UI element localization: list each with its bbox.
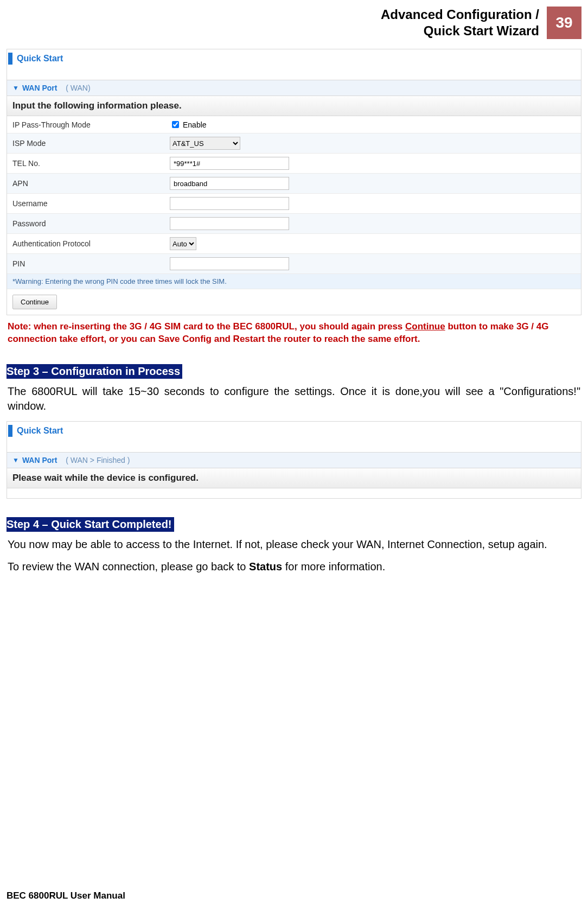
- header-title: Advanced Configuration / Quick Start Wiz…: [381, 7, 547, 39]
- row-auth: Authentication Protocol Auto: [7, 234, 581, 254]
- tel-input[interactable]: [170, 157, 289, 170]
- chevron-down-icon: ▼: [12, 84, 19, 92]
- username-label: Username: [7, 194, 164, 214]
- row-warning: *Warning: Entering the wrong PIN code th…: [7, 274, 581, 289]
- quick-start-panel-2: Quick Start ▼ WAN Port ( WAN > Finished …: [7, 421, 581, 499]
- note-underlined: Continue: [405, 321, 445, 332]
- ip-pass-checkbox[interactable]: [172, 121, 179, 128]
- auth-label: Authentication Protocol: [7, 234, 164, 254]
- section2-label: WAN Port: [22, 456, 57, 464]
- footer-text: BEC 6800RUL User Manual: [7, 890, 125, 901]
- button-row: Continue: [7, 289, 581, 315]
- row-isp: ISP Mode AT&T_US: [7, 133, 581, 154]
- step4-body2: To review the WAN connection, please go …: [8, 559, 580, 574]
- auth-select[interactable]: Auto: [170, 237, 196, 250]
- step4-body2-pre: To review the WAN connection, please go …: [8, 561, 249, 572]
- header-line1: Advanced Configuration /: [381, 7, 539, 22]
- row-password: Password: [7, 214, 581, 234]
- step3-badge: Step 3 – Configuration in Process: [7, 364, 182, 379]
- instruction-bar: Input the following information please.: [7, 96, 581, 116]
- password-label: Password: [7, 214, 164, 234]
- username-input[interactable]: [170, 197, 289, 210]
- isp-label: ISP Mode: [7, 133, 164, 154]
- section-label: WAN Port: [22, 84, 57, 92]
- pin-label: PIN: [7, 254, 164, 274]
- instruction-bar-2: Please wait while the device is configur…: [7, 468, 581, 488]
- panel-title-text: Quick Start: [17, 54, 63, 63]
- header-line2: Quick Start Wizard: [424, 23, 539, 38]
- panel2-title-text: Quick Start: [17, 426, 63, 436]
- sim-reinsert-note: Note: when re-inserting the 3G / 4G SIM …: [8, 321, 580, 346]
- chevron-down-icon: ▼: [12, 456, 19, 464]
- row-username: Username: [7, 194, 581, 214]
- step4-body1: You now may be able to access to the Int…: [8, 537, 580, 552]
- row-tel: TEL No.: [7, 154, 581, 174]
- page-header: Advanced Configuration / Quick Start Wiz…: [7, 7, 581, 39]
- section-paren: ( WAN): [61, 84, 90, 92]
- apn-label: APN: [7, 174, 164, 194]
- page-number-badge: 39: [547, 7, 581, 39]
- config-form-table: IP Pass-Through Mode Enable ISP Mode AT&…: [7, 116, 581, 289]
- step4-body2-bold: Status: [249, 561, 282, 572]
- ip-pass-checkbox-label: Enable: [183, 120, 207, 129]
- ip-pass-label: IP Pass-Through Mode: [7, 116, 164, 133]
- wan-port-section-header-2[interactable]: ▼ WAN Port ( WAN > Finished ): [7, 452, 581, 468]
- apn-input[interactable]: [170, 177, 289, 190]
- note-prefix: Note: when re-inserting the 3G / 4G SIM …: [8, 321, 405, 332]
- row-pin: PIN: [7, 254, 581, 274]
- password-input[interactable]: [170, 217, 289, 230]
- pin-warning-text: *Warning: Entering the wrong PIN code th…: [7, 274, 581, 289]
- step4-body2-post: for more information.: [282, 561, 385, 572]
- continue-button[interactable]: Continue: [12, 295, 57, 309]
- row-apn: APN: [7, 174, 581, 194]
- title-bar-icon: [8, 53, 12, 65]
- title-bar-icon: [8, 425, 12, 437]
- quick-start-panel-1: Quick Start ▼ WAN Port ( WAN) Input the …: [7, 49, 581, 315]
- isp-select[interactable]: AT&T_US: [170, 137, 240, 150]
- section2-crumbs: ( WAN > Finished ): [61, 456, 130, 464]
- panel2-title: Quick Start: [7, 422, 581, 440]
- row-ip-pass: IP Pass-Through Mode Enable: [7, 116, 581, 133]
- panel-title: Quick Start: [7, 49, 581, 68]
- pin-input[interactable]: [170, 257, 289, 270]
- step4-badge: Step 4 – Quick Start Completed!: [7, 517, 174, 532]
- step3-body: The 6800RUL will take 15~30 seconds to c…: [8, 384, 580, 413]
- wan-port-section-header[interactable]: ▼ WAN Port ( WAN): [7, 80, 581, 96]
- tel-label: TEL No.: [7, 154, 164, 174]
